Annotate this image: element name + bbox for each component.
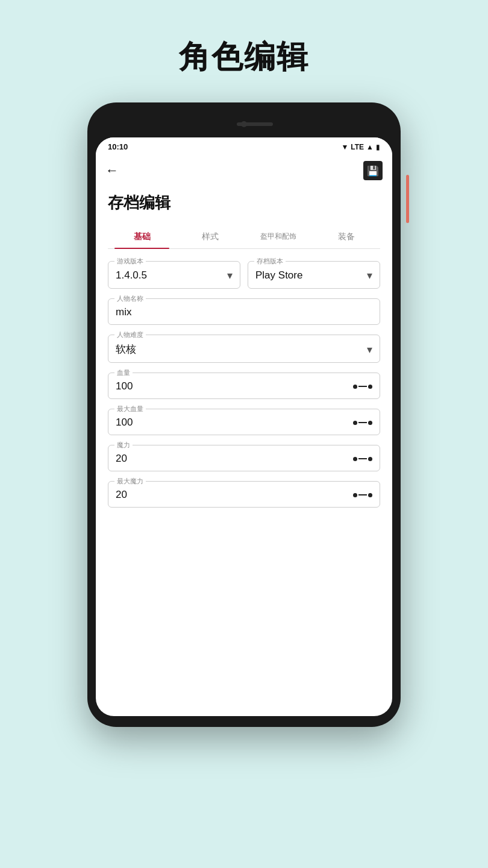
character-difficulty-field[interactable]: 人物难度 软核 ▾ — [108, 335, 380, 363]
max-mana-value: 20 — [116, 486, 372, 501]
max-health-label: 最大血量 — [114, 404, 146, 414]
save-version-field[interactable]: 存档版本 Play Store ▾ — [248, 261, 380, 289]
max-mana-stepper[interactable] — [353, 493, 372, 497]
max-health-value: 100 — [116, 414, 372, 429]
game-version-value: 1.4.0.5 ▾ — [116, 266, 233, 282]
phone-notch — [96, 113, 392, 135]
game-version-label: 游戏版本 — [114, 257, 146, 266]
version-row: 游戏版本 1.4.0.5 ▾ 存档版本 Play Store ▾ — [108, 261, 380, 289]
character-difficulty-value: 软核 ▾ — [116, 340, 372, 356]
stepper-dot — [353, 493, 357, 497]
phone-frame: 10:10 ▼ LTE ▲ ▮ ← 💾 存档编辑 基础 样式 盔甲和配饰 — [87, 102, 401, 727]
tab-equipment[interactable]: 装备 — [312, 225, 380, 248]
save-version-dropdown-icon: ▾ — [367, 269, 372, 282]
mana-stepper[interactable] — [353, 457, 372, 461]
health-value: 100 — [116, 378, 372, 392]
lte-label: LTE — [351, 143, 364, 151]
save-version-label: 存档版本 — [254, 257, 286, 266]
stepper-dot — [353, 457, 357, 461]
stepper-line — [358, 458, 367, 460]
max-mana-label: 最大魔力 — [114, 477, 146, 486]
stepper-line — [358, 422, 367, 424]
health-field[interactable]: 血量 100 — [108, 373, 380, 399]
tab-basics[interactable]: 基础 — [108, 225, 176, 248]
scroll-indicator — [406, 175, 409, 223]
difficulty-dropdown-icon: ▾ — [367, 343, 372, 356]
stepper-dot — [353, 385, 357, 389]
status-icons: ▼ LTE ▲ ▮ — [341, 143, 380, 151]
character-name-field[interactable]: 人物名称 mix — [108, 298, 380, 325]
tabs-bar: 基础 样式 盔甲和配饰 装备 — [108, 225, 380, 249]
stepper-dot2 — [368, 385, 372, 389]
save-icon: 💾 — [367, 165, 379, 177]
mana-value: 20 — [116, 450, 372, 465]
stepper-dot2 — [368, 421, 372, 425]
character-difficulty-label: 人物难度 — [114, 330, 146, 339]
signal-icon: ▲ — [366, 143, 374, 151]
stepper-line — [358, 494, 367, 496]
content-area: 存档编辑 基础 样式 盔甲和配饰 装备 游戏版本 1.4.0.5 ▾ 存档版 — [96, 187, 392, 529]
game-version-dropdown-icon: ▾ — [227, 269, 233, 282]
battery-icon: ▮ — [376, 143, 380, 151]
game-version-field[interactable]: 游戏版本 1.4.0.5 ▾ — [108, 261, 240, 289]
health-label: 血量 — [114, 368, 133, 377]
app-bar: ← 💾 — [96, 156, 392, 187]
max-health-field[interactable]: 最大血量 100 — [108, 409, 380, 435]
section-title: 存档编辑 — [108, 187, 380, 213]
health-stepper[interactable] — [353, 385, 372, 389]
tab-armor[interactable]: 盔甲和配饰 — [244, 225, 312, 248]
save-version-value: Play Store ▾ — [255, 266, 372, 282]
save-button[interactable]: 💾 — [363, 161, 383, 180]
character-name-value: mix — [116, 304, 372, 318]
status-bar: 10:10 ▼ LTE ▲ ▮ — [96, 137, 392, 156]
max-health-stepper[interactable] — [353, 421, 372, 425]
page-title: 角色编辑 — [179, 36, 309, 78]
mana-field[interactable]: 魔力 20 — [108, 445, 380, 471]
stepper-line — [358, 386, 367, 388]
status-time: 10:10 — [108, 142, 128, 151]
stepper-dot — [353, 421, 357, 425]
mana-label: 魔力 — [114, 441, 133, 450]
back-button[interactable]: ← — [105, 163, 119, 178]
phone-speaker — [237, 122, 273, 126]
character-name-label: 人物名称 — [114, 294, 146, 303]
phone-screen: 10:10 ▼ LTE ▲ ▮ ← 💾 存档编辑 基础 样式 盔甲和配饰 — [96, 137, 392, 716]
wifi-icon: ▼ — [341, 143, 348, 151]
tab-style[interactable]: 样式 — [176, 225, 244, 248]
stepper-dot2 — [368, 457, 372, 461]
stepper-dot2 — [368, 493, 372, 497]
max-mana-field[interactable]: 最大魔力 20 — [108, 481, 380, 508]
